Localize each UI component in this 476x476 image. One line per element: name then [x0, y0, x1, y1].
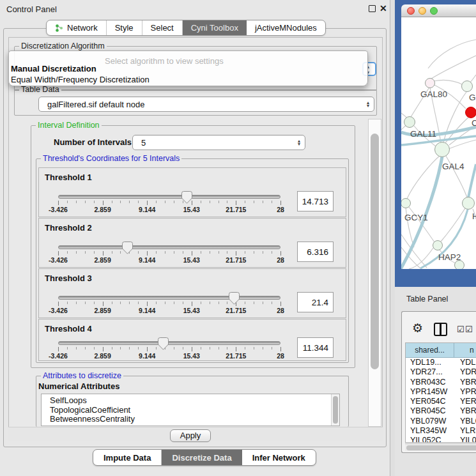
control-panel-tabs: Network Style Select Cyni Toolbox jActiv…: [46, 20, 326, 36]
algorithm-dropdown-popup: Select algorithm to view settings Manual…: [8, 50, 368, 86]
threshold-4-slider[interactable]: -3.4262.8599.14415.4321.71528: [58, 337, 280, 360]
scrollbar-thumb[interactable]: [333, 396, 338, 424]
combo-value: 5: [141, 138, 146, 148]
gear-icon[interactable]: ⚙: [412, 321, 423, 335]
combo-value: galFiltered.sif default node: [47, 100, 144, 109]
num-intervals-combo[interactable]: 5 ▴▾: [132, 135, 305, 150]
slider-track[interactable]: [58, 245, 280, 249]
columns-icon[interactable]: [434, 323, 447, 336]
table-row[interactable]: YDR27...YDR2: [406, 367, 476, 377]
network-canvas[interactable]: GAL80 G. C GAL11 GAL4 GCY1 H HAP2: [401, 17, 476, 269]
close-icon[interactable]: ✕: [380, 3, 387, 13]
tab-infer-network[interactable]: Infer Network: [242, 450, 316, 465]
slider-thumb[interactable]: [229, 292, 240, 305]
table-row[interactable]: YBR043CYBR0: [406, 378, 476, 387]
slider-thumb[interactable]: [122, 242, 133, 254]
threshold-4-panel: Threshold 4 -3.4262.8599.14415.4321.7152…: [38, 319, 346, 361]
node-label: C: [472, 118, 476, 128]
node-label: H: [472, 211, 476, 221]
node-hap2: [433, 241, 443, 250]
slider-ticks: [58, 251, 280, 256]
slider-ticks: [58, 201, 280, 206]
settings-scrollbar[interactable]: [368, 119, 381, 427]
table-row[interactable]: YLR345WYLR3: [406, 426, 476, 436]
slider-tick-labels: -3.4262.8599.14415.4321.71528: [58, 256, 280, 264]
tab-style[interactable]: Style: [107, 20, 142, 35]
dropdown-hint: Select algorithm to view settings: [105, 56, 224, 66]
group-title: Threshold's Coordinates for 5 Intervals: [41, 154, 181, 163]
node-label: GAL80: [420, 89, 447, 99]
slider-thumb[interactable]: [158, 337, 169, 350]
column-header-name[interactable]: n: [454, 343, 476, 357]
threshold-1-panel: Threshold 1 -3.4262.8599.14415.4321.7152…: [38, 167, 346, 217]
node-red: [466, 107, 476, 118]
scrollbar-thumb[interactable]: [406, 445, 476, 450]
network-window-titlebar[interactable]: [401, 4, 476, 17]
cyni-mode-tabs: Impute Data Discretize Data Infer Networ…: [93, 449, 316, 466]
table-row[interactable]: YBR045CYBR0: [406, 406, 476, 416]
screen: Control Panel ✕ Network Style Select Cyn…: [0, 0, 476, 476]
checkbox-icon[interactable]: ☑: [465, 325, 473, 334]
table-row[interactable]: YER054CYER0: [406, 397, 476, 406]
slider-track[interactable]: [58, 341, 280, 345]
table-row[interactable]: YPR145WYPR1: [406, 387, 476, 397]
node-top-right: [462, 81, 473, 92]
network-icon: [55, 24, 63, 33]
threshold-2-slider[interactable]: -3.4262.8599.14415.4321.71528: [58, 242, 280, 265]
slider-tick-labels: -3.4262.8599.14415.4321.71528: [58, 352, 280, 360]
threshold-3-panel: Threshold 3 -3.4262.8599.14415.4321.7152…: [38, 268, 346, 318]
slider-thumb[interactable]: [181, 191, 192, 204]
slider-tick-labels: -3.4262.8599.14415.4321.71528: [58, 307, 280, 314]
checkbox-icon[interactable]: ☑: [457, 325, 464, 334]
zoom-traffic-button[interactable]: [430, 7, 438, 15]
threshold-1-value-input[interactable]: [297, 191, 334, 211]
apply-strip: Apply: [8, 427, 383, 441]
slider-ticks: [58, 302, 280, 307]
table-body: YDL19...YDL1 YDR27...YDR2 YBR043CYBR0 YP…: [406, 358, 476, 443]
threshold-3-value-input[interactable]: [297, 292, 334, 312]
node-label: G.: [469, 93, 476, 102]
list-item[interactable]: SelfLoops: [42, 396, 339, 406]
table-row[interactable]: YBL079WYBL0: [406, 417, 476, 426]
threshold-4-value-input[interactable]: [297, 337, 334, 358]
dropdown-item-equal-width-frequency[interactable]: Equal Width/Frequency Discretization: [11, 75, 150, 84]
threshold-label: Threshold 2: [45, 223, 92, 233]
threshold-1-slider[interactable]: -3.4262.8599.14415.4321.71528: [58, 191, 280, 214]
node-label: GAL11: [410, 129, 436, 139]
control-panel-window: Control Panel ✕ Network Style Select Cyn…: [0, 0, 390, 476]
threshold-label: Threshold 1: [45, 173, 92, 182]
threshold-2-value-input[interactable]: [297, 242, 334, 262]
list-scrollbar[interactable]: [331, 394, 339, 426]
node-label: GCY1: [404, 213, 428, 222]
tab-jactivemnodules[interactable]: jActiveMNodules: [247, 20, 325, 35]
tab-network[interactable]: Network: [47, 20, 107, 35]
table-panel-dock: Table Panel ⚙ ☑ ☑ shared... n YDL19...YD…: [395, 287, 476, 476]
scrollbar-thumb[interactable]: [371, 134, 379, 369]
threshold-2-panel: Threshold 2 -3.4262.8599.14415.4321.7152…: [38, 218, 346, 268]
dropdown-item-manual-discretization[interactable]: Manual Discretization: [11, 64, 96, 73]
table-horizontal-scrollbar[interactable]: [405, 443, 476, 451]
tab-impute-data[interactable]: Impute Data: [93, 450, 162, 465]
tab-discretize-data[interactable]: Discretize Data: [162, 450, 242, 465]
group-title: Discretization Algorithm: [19, 42, 107, 50]
float-window-icon[interactable]: [369, 5, 376, 12]
apply-button[interactable]: Apply: [170, 429, 211, 442]
table-header-row: shared... n: [406, 343, 476, 358]
node-gal4: [435, 142, 450, 157]
tab-cyni-toolbox[interactable]: Cyni Toolbox: [183, 20, 247, 35]
slider-track[interactable]: [58, 296, 280, 300]
table-data-combo[interactable]: galFiltered.sif default node ▴▾: [38, 96, 374, 112]
list-item[interactable]: TopologicalCoefficient: [42, 406, 339, 415]
slider-track[interactable]: [58, 195, 280, 199]
tab-select[interactable]: Select: [142, 20, 183, 35]
close-traffic-button[interactable]: [407, 7, 415, 15]
network-view-window: GAL80 G. C GAL11 GAL4 GCY1 H HAP2: [395, 0, 476, 287]
group-title: Attributes to discretize: [41, 371, 123, 380]
column-header-shared-name[interactable]: shared...: [406, 343, 454, 357]
node-gcy1: [401, 199, 411, 208]
threshold-3-slider[interactable]: -3.4262.8599.14415.4321.71528: [58, 292, 280, 315]
minimize-traffic-button[interactable]: [418, 7, 426, 15]
table-row[interactable]: YIL052CYIL0: [406, 436, 476, 443]
table-row[interactable]: YDL19...YDL1: [406, 358, 476, 367]
list-item[interactable]: BetweennessCentrality: [42, 415, 339, 424]
